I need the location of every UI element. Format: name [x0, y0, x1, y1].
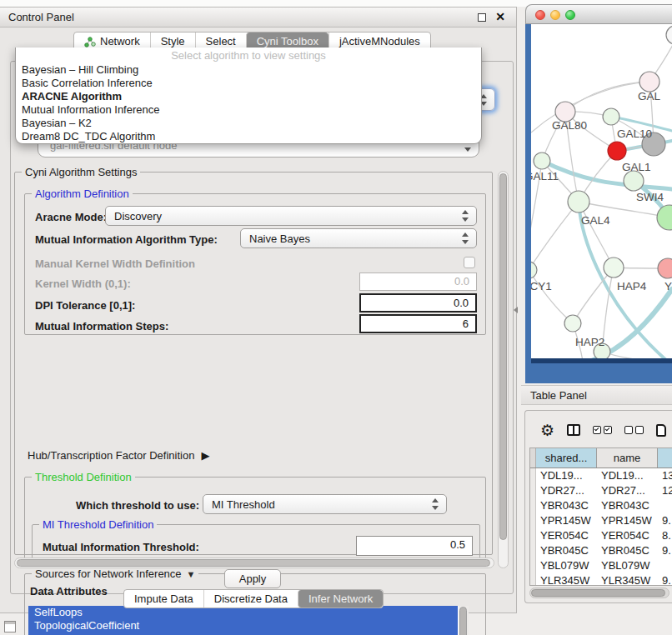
apply-button[interactable]: Apply [224, 569, 281, 588]
mi-steps-field[interactable]: 6 [359, 314, 477, 333]
network-window-titlebar[interactable] [525, 4, 672, 24]
table-cell[interactable]: YER054C [536, 528, 597, 543]
collapsed-panel-icon[interactable] [4, 621, 16, 632]
mi-threshold-field[interactable]: 0.5 [356, 536, 473, 556]
attribute-list-scrollbar[interactable] [459, 606, 469, 635]
list-item[interactable]: TopologicalCoefficient [28, 619, 458, 632]
manual-kernel-checkbox[interactable] [464, 257, 475, 268]
network-node-label: HAP2 [575, 336, 604, 348]
table-cell[interactable]: YBL079W [597, 558, 658, 573]
menu-item-algorithm-selected[interactable]: ARACNE Algorithm [16, 90, 481, 103]
table-row[interactable]: YDL19...YDL19...13 [530, 468, 672, 483]
table-cell[interactable]: YLR345W [536, 573, 597, 586]
select-all-columns-icon[interactable] [593, 426, 612, 434]
menu-item-algorithm[interactable]: Basic Correlation Inference [16, 77, 481, 90]
gear-icon[interactable]: ⚙ [540, 422, 554, 438]
table-cell[interactable]: YBR043C [597, 498, 658, 513]
mi-algorithm-type-combo[interactable]: Naive Bayes [240, 228, 477, 248]
table-cell[interactable]: YDR27... [536, 483, 597, 498]
network-node-label: GAL11 [531, 170, 559, 182]
table-cell[interactable]: 9. [658, 543, 672, 558]
network-node-selected[interactable] [608, 142, 626, 160]
network-canvas[interactable]: GAL GAL80 GAL10 GAL1 GAL11 SWI4 GAL4 GCY… [531, 24, 672, 358]
column-header-shared-name[interactable]: shared... [536, 448, 597, 468]
tab-infer-network[interactable]: Infer Network [298, 590, 383, 608]
network-node[interactable] [603, 108, 619, 125]
combo-stepper-icon [462, 232, 469, 244]
deselect-all-columns-icon[interactable] [624, 426, 644, 434]
table-cell[interactable]: YDL19... [536, 468, 597, 483]
combo-stepper-icon [432, 498, 439, 510]
sources-group-label: Sources for Network Inference [35, 568, 182, 580]
table-cell[interactable]: YBR045C [597, 543, 658, 558]
network-view-window: GAL GAL80 GAL10 GAL1 GAL11 SWI4 GAL4 GCY… [525, 4, 672, 383]
hub-definition-expander[interactable]: Hub/Transcription Factor Definition ▶ [28, 449, 209, 462]
traffic-light-zoom-icon[interactable] [565, 10, 575, 20]
network-node[interactable] [624, 171, 644, 191]
algorithm-definition-group: Algorithm Definition Aracne Mode: Discov… [24, 193, 486, 335]
table-cell[interactable]: 8. [658, 528, 672, 543]
row-header-strip [530, 448, 536, 468]
network-node[interactable] [604, 258, 624, 278]
table-cell[interactable]: YBL079W [536, 558, 597, 573]
data-attributes-list[interactable]: SelfLoops TopologicalCoefficient Between… [28, 606, 469, 635]
network-node[interactable] [531, 262, 537, 278]
table-horizontal-scrollbar[interactable] [529, 588, 669, 598]
network-node[interactable] [666, 26, 672, 44]
network-node[interactable] [639, 72, 659, 92]
network-node[interactable] [658, 258, 672, 278]
column-header-partial[interactable] [658, 448, 672, 468]
table-cell[interactable]: YBR045C [536, 543, 597, 558]
which-threshold-combo[interactable]: MI Threshold [203, 494, 447, 514]
table-row[interactable]: YBL079WYBL079W [530, 558, 672, 573]
settings-horizontal-scrollbar[interactable] [14, 558, 494, 568]
dpi-tolerance-label: DPI Tolerance [0,1]: [35, 299, 135, 312]
column-header-name[interactable]: name [597, 448, 658, 468]
kernel-width-field[interactable]: 0.0 [359, 272, 477, 291]
columns-icon[interactable] [567, 424, 580, 436]
table-cell[interactable]: YLR345W [597, 573, 658, 586]
table-cell[interactable]: YDL19... [597, 468, 658, 483]
menu-item-algorithm[interactable]: Bayesian – Hill Climbing [16, 63, 481, 77]
hub-definition-label: Hub/Transcription Factor Definition [28, 449, 194, 462]
splitter-collapse-icon[interactable] [514, 307, 518, 313]
dpi-tolerance-field[interactable]: 0.0 [359, 293, 477, 312]
tab-discretize-data[interactable]: Discretize Data [203, 590, 298, 608]
table-cell[interactable]: YPR145W [597, 513, 658, 528]
window-bottom-edge [531, 358, 672, 363]
network-node[interactable] [534, 152, 550, 169]
table-cell[interactable]: YBR043C [536, 498, 597, 513]
aracne-mode-combo[interactable]: Discovery [105, 206, 477, 226]
table-cell[interactable] [658, 498, 672, 513]
table-cell[interactable]: YDR27... [597, 483, 658, 498]
table-cell[interactable]: YER054C [597, 528, 658, 543]
network-node[interactable] [568, 191, 589, 212]
table-row[interactable]: YLR345WYLR345W9. [530, 573, 672, 586]
table-cell[interactable]: YPR145W [536, 513, 597, 528]
traffic-light-minimize-icon[interactable] [550, 10, 560, 20]
table-row[interactable]: YPR145WYPR145W9. [530, 513, 672, 528]
menu-item-algorithm[interactable]: Bayesian – K2 [16, 117, 481, 130]
table-cell[interactable]: 12 [658, 483, 672, 498]
network-node-label: HAP4 [617, 280, 647, 292]
table-cell[interactable]: 9. [658, 513, 672, 528]
tab-impute-data[interactable]: Impute Data [124, 590, 203, 608]
table-row[interactable]: YBR045CYBR045C9. [530, 543, 672, 558]
table-row[interactable]: YBR043CYBR043C [530, 498, 672, 513]
table-cell[interactable]: 9. [658, 573, 672, 586]
table-cell[interactable]: 13 [658, 468, 672, 483]
menu-item-algorithm[interactable]: Dream8 DC_TDC Algorithm [16, 130, 481, 143]
close-panel-icon[interactable]: ✕ [495, 10, 505, 23]
traffic-light-close-icon[interactable] [535, 10, 545, 20]
menu-item-algorithm[interactable]: Mutual Information Inference [16, 103, 481, 117]
table-row[interactable]: YDR27...YDR27...12 [530, 483, 672, 498]
sources-group-label-wrap[interactable]: Sources for Network Inference ▼ [32, 568, 198, 580]
mi-steps-label: Mutual Information Steps: [35, 320, 168, 332]
float-panel-icon[interactable] [478, 13, 486, 22]
network-node[interactable] [564, 315, 581, 332]
settings-vertical-scrollbar[interactable] [498, 171, 509, 568]
table-cell[interactable] [658, 558, 672, 573]
document-icon[interactable] [656, 424, 666, 437]
network-node[interactable] [657, 205, 672, 230]
table-row[interactable]: YER054CYER054C8. [530, 528, 672, 543]
